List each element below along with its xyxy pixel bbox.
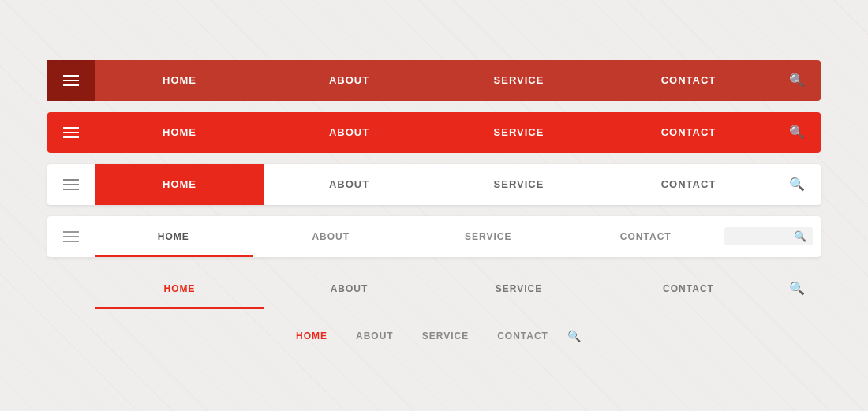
nav-home-6[interactable]: HOME (282, 320, 342, 352)
hamburger-button-2[interactable] (47, 112, 95, 153)
nav-home-5[interactable]: HOME (95, 268, 264, 309)
hamburger-button-4[interactable] (47, 216, 95, 257)
nav-about-4[interactable]: ABOUT (253, 216, 410, 257)
nav-home-1[interactable]: HOME (95, 60, 264, 101)
search-icon-4[interactable]: 🔍 (794, 230, 806, 242)
search-icon-2: 🔍 (789, 125, 805, 140)
nav-service-6[interactable]: SERVICE (408, 320, 483, 352)
nav-about-3[interactable]: ABOUT (264, 164, 434, 205)
nav-service-5[interactable]: SERVICE (434, 268, 604, 309)
navbar-5: HOME ABOUT SERVICE CONTACT 🔍 (47, 268, 821, 309)
search-icon-1: 🔍 (789, 73, 805, 88)
nav-about-1[interactable]: ABOUT (264, 60, 434, 101)
nav-service-1[interactable]: SERVICE (434, 60, 604, 101)
nav-home-2[interactable]: HOME (95, 112, 264, 153)
search-icon-3: 🔍 (789, 177, 805, 192)
navbar-6: HOME ABOUT SERVICE CONTACT 🔍 (47, 320, 821, 352)
nav-contact-4[interactable]: CONTACT (567, 216, 725, 257)
nav-contact-2[interactable]: CONTACT (604, 112, 773, 153)
search-icon-6: 🔍 (567, 330, 581, 342)
search-button-5[interactable]: 🔍 (773, 281, 821, 296)
nav-about-5[interactable]: ABOUT (264, 268, 434, 309)
nav-contact-5[interactable]: CONTACT (604, 268, 773, 309)
nav-items-1: HOME ABOUT SERVICE CONTACT (95, 60, 773, 101)
hamburger-icon-3 (63, 179, 79, 190)
nav-items-4: HOME ABOUT SERVICE CONTACT (95, 216, 724, 257)
nav-service-2[interactable]: SERVICE (434, 112, 604, 153)
search-button-1[interactable]: 🔍 (773, 73, 821, 88)
search-input-4[interactable] (731, 231, 794, 242)
nav-items-3: HOME ABOUT SERVICE CONTACT (95, 164, 773, 205)
navbar-2: HOME ABOUT SERVICE CONTACT 🔍 (47, 112, 821, 153)
hamburger-button-1[interactable] (47, 60, 95, 101)
search-button-6[interactable]: 🔍 (563, 330, 586, 342)
nav-about-6[interactable]: ABOUT (342, 320, 408, 352)
search-icon-5: 🔍 (789, 281, 805, 296)
nav-about-2[interactable]: ABOUT (264, 112, 434, 153)
nav-service-4[interactable]: SERVICE (410, 216, 567, 257)
hamburger-icon-2 (63, 127, 79, 138)
navbar-4: HOME ABOUT SERVICE CONTACT 🔍 (47, 216, 821, 257)
search-button-3[interactable]: 🔍 (773, 177, 821, 192)
nav-service-3[interactable]: SERVICE (434, 164, 604, 205)
nav-contact-6[interactable]: CONTACT (483, 320, 563, 352)
nav-contact-3[interactable]: CONTACT (604, 164, 773, 205)
navbar-1: HOME ABOUT SERVICE CONTACT 🔍 (47, 60, 821, 101)
navbar-3: HOME ABOUT SERVICE CONTACT 🔍 (47, 164, 821, 205)
hamburger-icon-4 (63, 231, 79, 242)
nav-items-5: HOME ABOUT SERVICE CONTACT (95, 268, 773, 309)
nav-items-2: HOME ABOUT SERVICE CONTACT (95, 112, 773, 153)
nav-contact-1[interactable]: CONTACT (604, 60, 773, 101)
search-area-4: 🔍 (724, 227, 813, 245)
hamburger-button-3[interactable] (47, 164, 95, 205)
nav-home-4[interactable]: HOME (95, 216, 253, 257)
search-button-2[interactable]: 🔍 (773, 125, 821, 140)
hamburger-icon-1 (63, 75, 79, 86)
nav-home-3[interactable]: HOME (95, 164, 264, 205)
